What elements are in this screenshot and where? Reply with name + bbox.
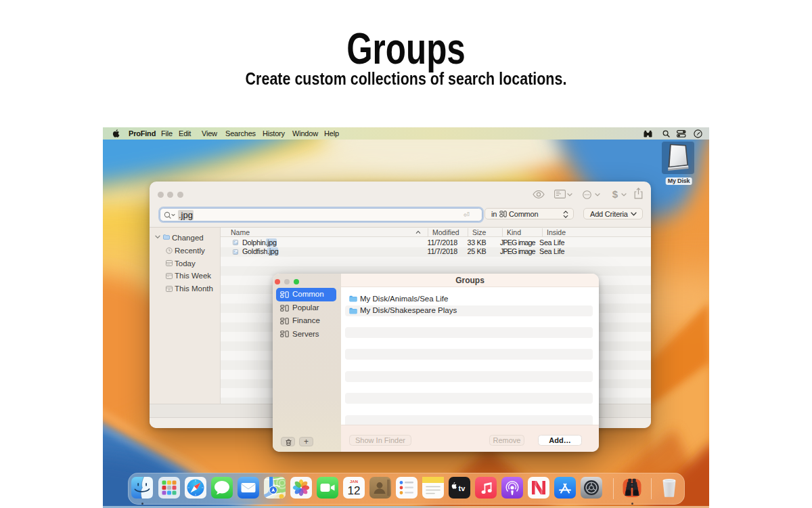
svg-text:tv: tv bbox=[459, 484, 466, 492]
svg-text:$: $ bbox=[612, 188, 618, 200]
svg-text:12: 12 bbox=[348, 484, 361, 497]
svg-text:JAN: JAN bbox=[350, 480, 358, 484]
